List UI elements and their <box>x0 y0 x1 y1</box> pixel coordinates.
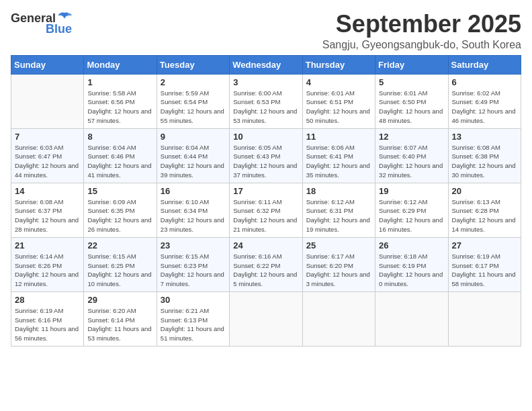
day-info: Sunrise: 6:21 AMSunset: 6:13 PMDaylight:… <box>161 306 226 343</box>
day-number: 8 <box>87 132 152 142</box>
calendar-cell: 26 Sunrise: 6:18 AMSunset: 6:19 PMDaylig… <box>375 237 448 291</box>
day-info: Sunrise: 6:10 AMSunset: 6:34 PMDaylight:… <box>161 197 226 234</box>
day-info: Sunrise: 6:05 AMSunset: 6:43 PMDaylight:… <box>233 143 298 180</box>
calendar-header-row: SundayMondayTuesdayWednesdayThursdayFrid… <box>11 55 521 74</box>
calendar-cell: 29 Sunrise: 6:20 AMSunset: 6:14 PMDaylig… <box>84 291 157 346</box>
month-title: September 2025 <box>322 11 521 38</box>
calendar-cell <box>230 291 302 346</box>
calendar-cell: 20 Sunrise: 6:13 AMSunset: 6:28 PMDaylig… <box>448 183 521 237</box>
day-info: Sunrise: 6:11 AMSunset: 6:32 PMDaylight:… <box>233 197 298 234</box>
day-number: 1 <box>87 77 152 87</box>
header-sunday: Sunday <box>11 55 84 74</box>
day-number: 13 <box>452 132 517 142</box>
day-info: Sunrise: 6:03 AMSunset: 6:47 PMDaylight:… <box>15 143 80 180</box>
logo: General Blue <box>11 11 72 35</box>
calendar-cell <box>11 74 84 128</box>
day-number: 9 <box>161 132 226 142</box>
day-number: 14 <box>15 186 80 196</box>
title-section: September 2025 Sangju, Gyeongsangbuk-do,… <box>322 11 521 51</box>
calendar-cell: 25 Sunrise: 6:17 AMSunset: 6:20 PMDaylig… <box>302 237 375 291</box>
day-number: 6 <box>452 77 517 87</box>
day-info: Sunrise: 6:15 AMSunset: 6:23 PMDaylight:… <box>161 252 226 289</box>
calendar-week-4: 21 Sunrise: 6:14 AMSunset: 6:26 PMDaylig… <box>11 237 521 291</box>
calendar-cell: 16 Sunrise: 6:10 AMSunset: 6:34 PMDaylig… <box>157 183 229 237</box>
calendar-cell: 23 Sunrise: 6:15 AMSunset: 6:23 PMDaylig… <box>157 237 229 291</box>
day-number: 26 <box>379 240 444 250</box>
calendar-cell: 7 Sunrise: 6:03 AMSunset: 6:47 PMDayligh… <box>11 128 84 183</box>
day-number: 15 <box>87 186 152 196</box>
day-info: Sunrise: 6:16 AMSunset: 6:22 PMDaylight:… <box>233 252 298 289</box>
header-tuesday: Tuesday <box>157 55 229 74</box>
day-number: 19 <box>379 186 444 196</box>
day-number: 21 <box>15 240 80 250</box>
calendar-cell: 10 Sunrise: 6:05 AMSunset: 6:43 PMDaylig… <box>230 128 302 183</box>
header-wednesday: Wednesday <box>230 55 302 74</box>
calendar-cell: 12 Sunrise: 6:07 AMSunset: 6:40 PMDaylig… <box>375 128 448 183</box>
day-info: Sunrise: 6:04 AMSunset: 6:46 PMDaylight:… <box>87 143 152 180</box>
day-info: Sunrise: 6:12 AMSunset: 6:31 PMDaylight:… <box>306 197 371 234</box>
day-info: Sunrise: 6:06 AMSunset: 6:41 PMDaylight:… <box>306 143 371 180</box>
day-number: 30 <box>161 295 226 305</box>
day-number: 10 <box>233 132 298 142</box>
day-info: Sunrise: 6:19 AMSunset: 6:17 PMDaylight:… <box>452 252 517 289</box>
header-thursday: Thursday <box>302 55 375 74</box>
calendar-cell: 5 Sunrise: 6:01 AMSunset: 6:50 PMDayligh… <box>375 74 448 128</box>
calendar-cell: 1 Sunrise: 5:58 AMSunset: 6:56 PMDayligh… <box>84 74 157 128</box>
day-number: 12 <box>379 132 444 142</box>
calendar-cell: 27 Sunrise: 6:19 AMSunset: 6:17 PMDaylig… <box>448 237 521 291</box>
calendar-cell: 15 Sunrise: 6:09 AMSunset: 6:35 PMDaylig… <box>84 183 157 237</box>
calendar-cell: 24 Sunrise: 6:16 AMSunset: 6:22 PMDaylig… <box>230 237 302 291</box>
day-info: Sunrise: 6:12 AMSunset: 6:29 PMDaylight:… <box>379 197 444 234</box>
calendar-cell: 3 Sunrise: 6:00 AMSunset: 6:53 PMDayligh… <box>230 74 302 128</box>
day-info: Sunrise: 6:20 AMSunset: 6:14 PMDaylight:… <box>87 306 152 343</box>
day-info: Sunrise: 6:18 AMSunset: 6:19 PMDaylight:… <box>379 252 444 289</box>
day-number: 17 <box>233 186 298 196</box>
day-number: 24 <box>233 240 298 250</box>
header-friday: Friday <box>375 55 448 74</box>
day-number: 2 <box>161 77 226 87</box>
calendar-week-1: 1 Sunrise: 5:58 AMSunset: 6:56 PMDayligh… <box>11 74 521 128</box>
day-number: 4 <box>306 77 371 87</box>
header-saturday: Saturday <box>448 55 521 74</box>
calendar-week-5: 28 Sunrise: 6:19 AMSunset: 6:16 PMDaylig… <box>11 291 521 346</box>
day-info: Sunrise: 6:00 AMSunset: 6:53 PMDaylight:… <box>233 89 298 126</box>
day-number: 25 <box>306 240 371 250</box>
calendar-cell: 4 Sunrise: 6:01 AMSunset: 6:51 PMDayligh… <box>302 74 375 128</box>
day-number: 29 <box>87 295 152 305</box>
day-number: 23 <box>161 240 226 250</box>
calendar-cell: 19 Sunrise: 6:12 AMSunset: 6:29 PMDaylig… <box>375 183 448 237</box>
day-info: Sunrise: 6:19 AMSunset: 6:16 PMDaylight:… <box>15 306 80 343</box>
calendar-cell: 28 Sunrise: 6:19 AMSunset: 6:16 PMDaylig… <box>11 291 84 346</box>
day-number: 5 <box>379 77 444 87</box>
day-info: Sunrise: 6:17 AMSunset: 6:20 PMDaylight:… <box>306 252 371 289</box>
day-number: 28 <box>15 295 80 305</box>
calendar-cell: 9 Sunrise: 6:04 AMSunset: 6:44 PMDayligh… <box>157 128 229 183</box>
day-number: 3 <box>233 77 298 87</box>
day-number: 27 <box>452 240 517 250</box>
page-header: General Blue September 2025 Sangju, Gyeo… <box>11 11 521 51</box>
day-number: 18 <box>306 186 371 196</box>
calendar-table: SundayMondayTuesdayWednesdayThursdayFrid… <box>11 55 521 347</box>
day-info: Sunrise: 6:02 AMSunset: 6:49 PMDaylight:… <box>452 89 517 126</box>
day-number: 16 <box>161 186 226 196</box>
day-info: Sunrise: 6:09 AMSunset: 6:35 PMDaylight:… <box>87 197 152 234</box>
calendar-week-3: 14 Sunrise: 6:08 AMSunset: 6:37 PMDaylig… <box>11 183 521 237</box>
calendar-cell: 11 Sunrise: 6:06 AMSunset: 6:41 PMDaylig… <box>302 128 375 183</box>
day-info: Sunrise: 6:14 AMSunset: 6:26 PMDaylight:… <box>15 252 80 289</box>
day-info: Sunrise: 6:13 AMSunset: 6:28 PMDaylight:… <box>452 197 517 234</box>
calendar-cell: 2 Sunrise: 5:59 AMSunset: 6:54 PMDayligh… <box>157 74 229 128</box>
calendar-cell <box>375 291 448 346</box>
calendar-week-2: 7 Sunrise: 6:03 AMSunset: 6:47 PMDayligh… <box>11 128 521 183</box>
day-number: 11 <box>306 132 371 142</box>
calendar-cell: 18 Sunrise: 6:12 AMSunset: 6:31 PMDaylig… <box>302 183 375 237</box>
calendar-cell: 6 Sunrise: 6:02 AMSunset: 6:49 PMDayligh… <box>448 74 521 128</box>
day-info: Sunrise: 6:04 AMSunset: 6:44 PMDaylight:… <box>161 143 226 180</box>
calendar-cell: 17 Sunrise: 6:11 AMSunset: 6:32 PMDaylig… <box>230 183 302 237</box>
location-title: Sangju, Gyeongsangbuk-do, South Korea <box>322 39 521 51</box>
day-number: 22 <box>87 240 152 250</box>
calendar-cell: 13 Sunrise: 6:08 AMSunset: 6:38 PMDaylig… <box>448 128 521 183</box>
logo-blue: Blue <box>46 23 72 35</box>
day-info: Sunrise: 6:08 AMSunset: 6:38 PMDaylight:… <box>452 143 517 180</box>
day-info: Sunrise: 6:07 AMSunset: 6:40 PMDaylight:… <box>379 143 444 180</box>
day-info: Sunrise: 5:58 AMSunset: 6:56 PMDaylight:… <box>87 89 152 126</box>
